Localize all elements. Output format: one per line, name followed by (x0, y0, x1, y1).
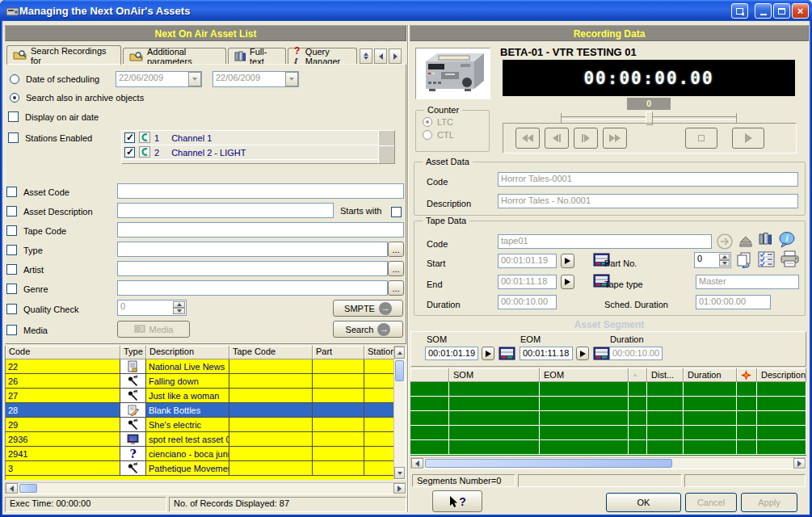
stations-enabled-checkbox[interactable] (8, 132, 19, 143)
music-type-icon[interactable] (120, 461, 146, 475)
asset-cell[interactable] (364, 374, 394, 388)
scroll-up-button[interactable] (394, 347, 405, 359)
eom-field[interactable]: 00:01:11.18 (520, 347, 573, 360)
tape-duration-field[interactable]: 00:00:10.00 (498, 295, 557, 309)
play-button[interactable] (732, 128, 764, 149)
segment-cell[interactable] (410, 382, 449, 397)
results-column-header[interactable]: Type (120, 346, 146, 359)
asset-description-cell[interactable]: National Live News (146, 359, 229, 373)
tape-code-field[interactable]: tape01 (498, 234, 712, 249)
titlebar[interactable]: Managing the Next OnAir's Assets × (0, 0, 812, 21)
segment-row[interactable] (410, 382, 806, 397)
hscroll-thumb[interactable] (19, 484, 37, 493)
scroll-down-button[interactable] (394, 467, 405, 479)
asset-cell[interactable] (364, 403, 394, 417)
stop-button[interactable] (685, 128, 717, 149)
goto-timecode-icon[interactable] (716, 233, 734, 254)
genre-browse-button[interactable]: ... (388, 280, 404, 296)
genre-input[interactable] (117, 280, 388, 296)
asset-row[interactable]: 2936spot reel test asset 0 (6, 432, 393, 447)
asset-description-cell[interactable]: Falling down (146, 374, 229, 388)
segment-cell[interactable] (410, 411, 449, 426)
starts-with-checkbox[interactable] (391, 207, 402, 217)
asset-code-input[interactable] (117, 183, 404, 199)
scroll-right-button[interactable] (393, 483, 406, 494)
asset-code-checkbox[interactable] (6, 187, 17, 197)
edit-type-icon[interactable] (120, 403, 146, 417)
ctl-radio[interactable] (423, 130, 432, 140)
asset-description-cell[interactable]: cienciano - boca juni (146, 447, 229, 460)
segment-cell[interactable] (684, 411, 737, 426)
asset-cell[interactable] (229, 389, 313, 402)
segment-cell[interactable] (629, 382, 647, 397)
segment-column-header[interactable]: Dist... (647, 368, 684, 382)
asset-row[interactable]: 26Falling down (6, 374, 393, 389)
segment-cell[interactable] (684, 397, 737, 411)
asset-description-cell[interactable]: Just like a woman (146, 389, 229, 402)
media-checkbox[interactable] (6, 325, 17, 335)
scroll-right-button[interactable] (793, 458, 806, 469)
close-button[interactable]: × (792, 3, 809, 19)
tab-fulltext[interactable]: Full-text (228, 48, 286, 65)
asset-row[interactable]: 2941?cienciano - boca juni (6, 447, 393, 461)
asset-description-cell[interactable]: spot reel test asset 0 (146, 432, 229, 446)
ltc-radio[interactable] (423, 117, 432, 127)
asset-code-cell[interactable]: 27 (6, 389, 120, 402)
start-timecode-field[interactable]: 00:01:01.19 (498, 254, 557, 268)
artist-input[interactable] (117, 261, 388, 276)
asset-description-cell[interactable]: Blank Bottles (146, 403, 229, 417)
asset-row[interactable]: 3Pathetique Movemer (6, 461, 393, 476)
asset-description-checkbox[interactable] (6, 206, 17, 216)
start-play-button[interactable] (561, 254, 574, 268)
asset-cell[interactable] (313, 418, 364, 431)
results-column-header[interactable]: Code (6, 346, 120, 359)
eom-timecode-grab-icon[interactable] (593, 346, 610, 364)
segment-cell[interactable] (757, 411, 806, 426)
segment-cell[interactable] (757, 440, 806, 455)
tab-additional-parameters[interactable]: Additional parameters (123, 48, 226, 65)
artist-browse-button[interactable]: ... (388, 261, 404, 276)
asset-cell[interactable] (364, 359, 394, 373)
segment-cell[interactable] (540, 397, 629, 411)
step-forward-button[interactable] (574, 128, 598, 149)
segment-cell[interactable] (449, 397, 540, 411)
segment-cell[interactable] (629, 426, 647, 440)
segment-cell[interactable] (647, 411, 684, 426)
spin-up-button[interactable] (719, 254, 730, 260)
segment-cell[interactable] (449, 426, 540, 440)
segment-column-header[interactable]: EOM (540, 368, 629, 382)
asset-code-cell[interactable]: 29 (6, 418, 120, 431)
asset-data-description-field[interactable]: Horror Tales - No.0001 (498, 194, 798, 208)
station-checkbox[interactable] (124, 132, 135, 143)
segment-cell[interactable] (449, 382, 540, 397)
som-play-button[interactable] (482, 347, 494, 360)
archive-radio[interactable] (10, 93, 19, 103)
date-from-combo[interactable]: 22/06/2009 (116, 71, 202, 87)
asset-cell[interactable] (313, 403, 364, 417)
segment-cell[interactable] (540, 382, 629, 397)
asset-cell[interactable] (364, 389, 394, 402)
station-checkbox[interactable] (124, 147, 135, 158)
asset-row[interactable]: 29She's electric (6, 418, 393, 432)
asset-cell[interactable] (364, 447, 394, 460)
segment-column-header[interactable] (410, 368, 449, 382)
asset-description-input[interactable] (117, 203, 334, 218)
end-timecode-field[interactable]: 00:01:11.18 (498, 275, 557, 289)
segment-cell[interactable] (449, 440, 540, 455)
asset-cell[interactable] (313, 447, 364, 460)
hscroll-thumb[interactable] (425, 459, 672, 468)
tab-scroll-left-button[interactable] (374, 48, 387, 64)
quality-check-checkbox[interactable] (6, 304, 17, 314)
tape-type-field[interactable]: Master (696, 275, 799, 289)
segment-column-header[interactable] (629, 368, 647, 382)
segment-cell[interactable] (410, 397, 449, 411)
asset-cell[interactable] (313, 359, 364, 373)
cancel-button[interactable]: Cancel (685, 493, 737, 512)
segment-cell[interactable] (647, 382, 684, 397)
smpte-button[interactable]: SMPTE → (333, 300, 403, 317)
segment-row[interactable] (410, 426, 806, 440)
segment-cell[interactable] (647, 440, 684, 455)
asset-data-code-field[interactable]: Horror Tales-0001 (498, 172, 798, 187)
results-column-header[interactable]: Tape Code (229, 346, 313, 359)
spin-up-button[interactable] (173, 301, 185, 308)
